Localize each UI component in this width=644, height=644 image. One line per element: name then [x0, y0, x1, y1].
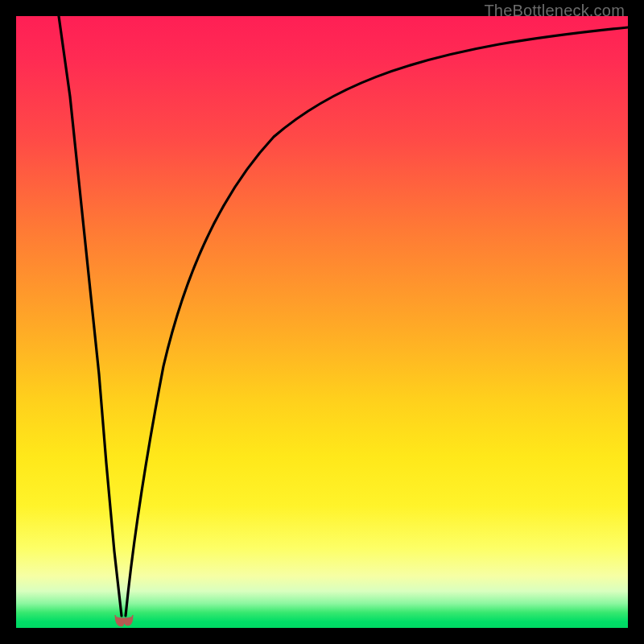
- curve-left-branch: [59, 16, 122, 616]
- bottleneck-curve: [16, 16, 628, 628]
- curve-right-branch: [126, 27, 628, 616]
- chart-area: [16, 16, 628, 628]
- optimum-marker: [115, 615, 133, 626]
